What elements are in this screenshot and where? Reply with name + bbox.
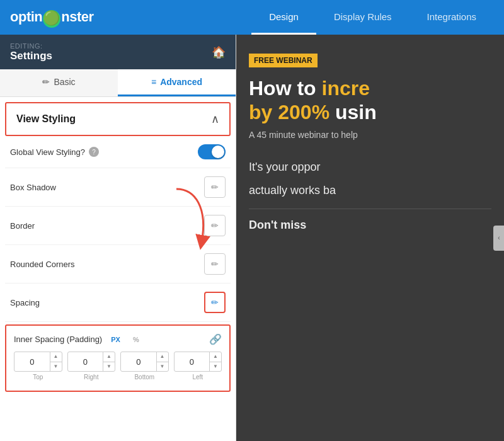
logo: optin🟢nster xyxy=(10,9,94,26)
row-global-view-styling: Global View Styling? ? xyxy=(5,136,231,168)
spinner-left: 0 ▲ ▼ Left xyxy=(174,352,222,381)
global-view-styling-toggle[interactable] xyxy=(198,144,226,159)
spinner-bottom: 0 ▲ ▼ Bottom xyxy=(120,352,169,381)
spacing-panel: Inner Spacing (Padding) PX % 🔗 0 ▲ ▼ Top xyxy=(5,324,231,392)
spinner-right-up[interactable]: ▲ xyxy=(103,352,115,362)
preview-body2: actually works ba xyxy=(249,182,491,199)
settings-title: Settings xyxy=(10,50,52,62)
spinner-bottom-value: 0 xyxy=(121,357,156,367)
spinner-top: 0 ▲ ▼ Top xyxy=(14,352,62,381)
spinner-top-arrows: ▲ ▼ xyxy=(50,352,62,372)
row-spacing: Spacing ✏ xyxy=(5,284,231,322)
preview-content: FREE WEBINAR How to incre by 200% usin A… xyxy=(236,35,504,251)
link-icon[interactable]: 🔗 xyxy=(209,333,222,345)
spinner-right-caption: Right xyxy=(84,374,98,381)
monster-icon: 🟢 xyxy=(43,10,60,28)
section-title: View Styling xyxy=(16,113,76,125)
spacing-inputs: 0 ▲ ▼ Top 0 ▲ ▼ xyxy=(14,352,222,381)
unit-percent-button[interactable]: % xyxy=(129,335,143,345)
spinner-bottom-down[interactable]: ▼ xyxy=(157,362,168,372)
box-shadow-label: Box Shadow xyxy=(10,183,56,192)
left-panel: EDITING: Settings 🏠 ✏ Basic ≡ Advanced V… xyxy=(0,35,236,441)
pencil-icon: ✏ xyxy=(42,77,50,87)
box-shadow-edit-button[interactable]: ✏ xyxy=(204,176,226,198)
border-label: Border xyxy=(10,221,35,231)
spinner-top-down[interactable]: ▼ xyxy=(50,362,62,372)
spinner-left-up[interactable]: ▲ xyxy=(210,352,221,362)
chevron-up-icon: ∧ xyxy=(211,112,219,126)
rounded-corners-label: Rounded Corners xyxy=(10,260,75,269)
spinner-left-arrows: ▲ ▼ xyxy=(209,352,221,372)
spinner-bottom-up[interactable]: ▲ xyxy=(157,352,168,362)
spinner-top-caption: Top xyxy=(33,374,43,381)
collapse-handle[interactable]: ‹ xyxy=(493,226,504,251)
headline-line2-highlight: by 200% xyxy=(249,101,329,123)
preview-body: It's your oppor xyxy=(249,159,491,176)
spinner-right: 0 ▲ ▼ Right xyxy=(67,352,116,381)
free-webinar-badge: FREE WEBINAR xyxy=(249,54,318,67)
preview-headline: How to incre by 200% usin xyxy=(249,76,491,125)
spacing-panel-header: Inner Spacing (Padding) PX % 🔗 xyxy=(14,333,222,345)
tab-display-rules[interactable]: Display Rules xyxy=(316,0,410,35)
nav-tabs: Design Display Rules Integrations xyxy=(251,0,494,35)
main-layout: EDITING: Settings 🏠 ✏ Basic ≡ Advanced V… xyxy=(0,35,504,441)
tab-integrations[interactable]: Integrations xyxy=(410,0,494,35)
tab-advanced[interactable]: ≡ Advanced xyxy=(118,69,236,96)
view-styling-section[interactable]: View Styling ∧ xyxy=(5,102,231,136)
row-rounded-corners: Rounded Corners ✏ xyxy=(5,245,231,284)
spinner-right-down[interactable]: ▼ xyxy=(103,362,115,372)
spinner-left-value: 0 xyxy=(175,357,210,367)
right-panel: FREE WEBINAR How to incre by 200% usin A… xyxy=(236,35,504,441)
spinner-right-value: 0 xyxy=(68,357,103,367)
spinner-left-box[interactable]: 0 ▲ ▼ xyxy=(174,352,222,372)
rounded-corners-edit-button[interactable]: ✏ xyxy=(204,253,226,275)
spinner-right-arrows: ▲ ▼ xyxy=(103,352,115,372)
row-box-shadow: Box Shadow ✏ xyxy=(5,168,231,207)
preview-divider xyxy=(249,209,491,209)
spinner-top-box[interactable]: 0 ▲ ▼ xyxy=(14,352,62,372)
settings-rows: Global View Styling? ? Box Shadow ✏ Bord… xyxy=(0,136,236,322)
tab-design[interactable]: Design xyxy=(251,0,316,35)
spinner-top-up[interactable]: ▲ xyxy=(50,352,62,362)
border-edit-button[interactable]: ✏ xyxy=(204,215,226,236)
spinner-left-down[interactable]: ▼ xyxy=(210,362,221,372)
spacing-label: Spacing xyxy=(10,298,40,307)
row-border: Border ✏ xyxy=(5,207,231,245)
unit-px-button[interactable]: PX xyxy=(107,335,124,345)
preview-subtext: A 45 minute webinar to help xyxy=(249,130,491,140)
spinner-right-box[interactable]: 0 ▲ ▼ xyxy=(67,352,116,372)
spinner-bottom-caption: Bottom xyxy=(134,374,154,381)
settings-header: EDITING: Settings 🏠 xyxy=(0,35,236,69)
tab-bar: ✏ Basic ≡ Advanced xyxy=(0,69,236,97)
tab-basic[interactable]: ✏ Basic xyxy=(0,69,118,96)
spinner-left-caption: Left xyxy=(192,374,203,381)
spacing-edit-button[interactable]: ✏ xyxy=(204,292,226,313)
spinner-bottom-box[interactable]: 0 ▲ ▼ xyxy=(120,352,169,372)
spacing-panel-label: Inner Spacing (Padding) xyxy=(14,335,102,344)
global-view-styling-label: Global View Styling? ? xyxy=(10,147,99,157)
spinner-top-value: 0 xyxy=(14,357,50,367)
editing-label: EDITING: xyxy=(10,42,52,50)
header: optin🟢nster Design Display Rules Integra… xyxy=(0,0,504,35)
sliders-icon: ≡ xyxy=(151,77,156,87)
help-icon[interactable]: ? xyxy=(89,147,99,157)
headline-highlight: incre xyxy=(322,77,370,100)
home-icon[interactable]: 🏠 xyxy=(212,45,226,59)
dont-miss: Don't miss xyxy=(249,219,491,232)
spinner-bottom-arrows: ▲ ▼ xyxy=(156,352,168,372)
